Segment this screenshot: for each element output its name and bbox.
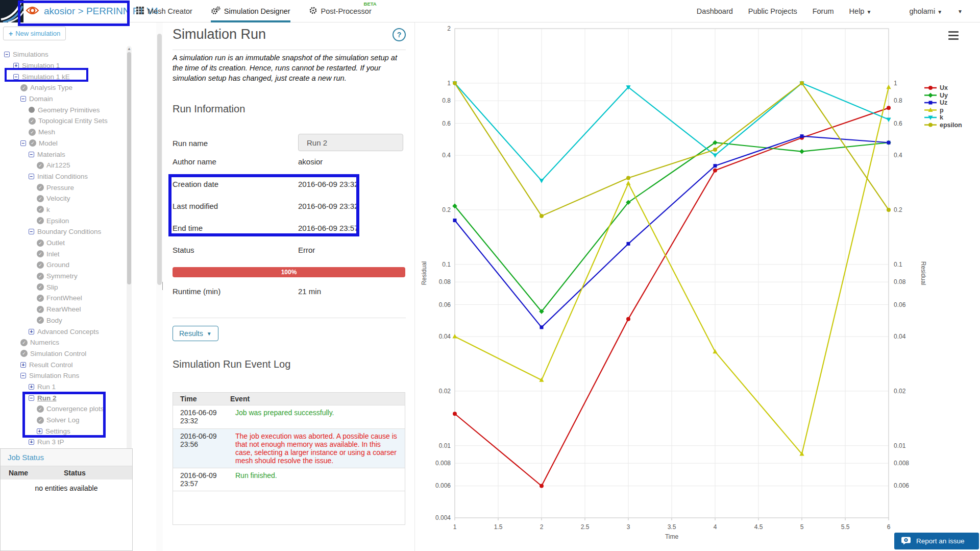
results-dropdown-button[interactable]: Results ▼ bbox=[173, 326, 218, 341]
tree-item-body[interactable]: ✓Body bbox=[0, 315, 126, 326]
tree-item-run-3-tp[interactable]: +Run 3 tP bbox=[0, 437, 126, 448]
tree-item-run-1[interactable]: +Run 1 bbox=[0, 381, 126, 393]
navbar-overflow-caret[interactable]: ▼ bbox=[958, 9, 963, 14]
check-icon: ✓ bbox=[20, 339, 28, 346]
tree-item-epsilon[interactable]: ✓Epsilon bbox=[0, 215, 126, 226]
collapse-icon[interactable]: − bbox=[4, 52, 10, 57]
tree-item-slip[interactable]: ✓Slip bbox=[0, 281, 126, 293]
tree-item-topological-entity-sets[interactable]: ✓Topological Entity Sets bbox=[0, 115, 126, 127]
tree-item-domain[interactable]: −Domain bbox=[0, 93, 126, 105]
scrollbar-thumb[interactable] bbox=[127, 52, 131, 284]
svg-text:0.2: 0.2 bbox=[442, 206, 451, 213]
tree-item-rearwheel[interactable]: ✓RearWheel bbox=[0, 304, 126, 315]
plus-icon: + bbox=[9, 30, 13, 38]
tree-item-pressure[interactable]: ✓Pressure bbox=[0, 182, 126, 193]
tree-item-numerics[interactable]: ✓Numerics bbox=[0, 337, 126, 348]
event-message: The job execution was aborted. A possibl… bbox=[230, 429, 405, 468]
tree-item-label: Epsilon bbox=[46, 217, 69, 225]
expand-icon[interactable]: + bbox=[29, 329, 34, 334]
help-button[interactable]: ? bbox=[393, 28, 406, 41]
tree-item-ground[interactable]: ✓Ground bbox=[0, 259, 126, 271]
beta-badge: BETA bbox=[364, 1, 377, 7]
tree-item-label: Simulation Runs bbox=[29, 372, 79, 379]
report-issue-button[interactable]: Report an issue bbox=[894, 533, 979, 549]
tree-item-label: Run 3 tP bbox=[37, 438, 64, 446]
user-menu[interactable]: gholami ▼ bbox=[909, 7, 942, 15]
tab-simulation-designer[interactable]: Simulation Designer bbox=[211, 0, 290, 22]
tree-scrollbar[interactable]: ▲ ▼ bbox=[127, 46, 132, 467]
divider bbox=[173, 318, 406, 318]
event-message: Run finished. bbox=[230, 468, 405, 491]
tree-item-result-control[interactable]: +Result Control bbox=[0, 359, 126, 370]
new-simulation-button[interactable]: + New simulation bbox=[3, 27, 66, 40]
nav-link-forum[interactable]: Forum bbox=[813, 7, 834, 15]
tree-item-geometry-primitives[interactable]: Geometry Primitives bbox=[0, 104, 126, 115]
tree-item-convergence-plots[interactable]: ✓Convergence plots bbox=[0, 403, 126, 415]
run-name-input[interactable] bbox=[298, 134, 403, 151]
run-description: A simulation run is an immutable snapsho… bbox=[173, 53, 405, 83]
tree-item-solver-log[interactable]: ✓Solver Log bbox=[0, 415, 126, 426]
scroll-up-icon[interactable]: ▲ bbox=[127, 46, 132, 51]
scrollbar-thumb[interactable] bbox=[157, 34, 162, 285]
tree-item-symmetry[interactable]: ✓Symmetry bbox=[0, 271, 126, 282]
tree-item-frontwheel[interactable]: ✓FrontWheel bbox=[0, 293, 126, 304]
expand-icon[interactable]: + bbox=[29, 439, 34, 445]
svg-text:1: 1 bbox=[894, 80, 897, 87]
check-icon: ✓ bbox=[37, 273, 44, 280]
tree-item-simulation-control[interactable]: ✓Simulation Control bbox=[0, 348, 126, 360]
tree-item-air1225[interactable]: ✓Air1225 bbox=[0, 160, 126, 171]
tree-item-analysis-type[interactable]: ✓Analysis Type bbox=[0, 82, 126, 93]
tree-item-label: Ground bbox=[46, 261, 69, 269]
tree-item-materials[interactable]: −Materials bbox=[0, 149, 126, 160]
tree-item-mesh[interactable]: ✓Mesh bbox=[0, 127, 126, 138]
collapse-icon[interactable]: − bbox=[20, 373, 26, 378]
event-log-table: Time Event 2016-06-0923:32Job was prepar… bbox=[173, 392, 405, 525]
tree-item-initial-conditions[interactable]: −Initial Conditions bbox=[0, 171, 126, 182]
tree-item-model[interactable]: −✓Model bbox=[0, 138, 126, 149]
expand-icon[interactable]: + bbox=[29, 384, 34, 390]
field-label-run-name: Run name bbox=[173, 139, 208, 148]
collapse-icon[interactable]: − bbox=[29, 174, 34, 179]
field-value-author-name: akosior bbox=[298, 157, 323, 166]
collapse-icon[interactable]: − bbox=[13, 74, 19, 80]
svg-text:0.008: 0.008 bbox=[894, 460, 909, 467]
tab-mesh-creator[interactable]: Mesh Creator bbox=[136, 0, 192, 22]
check-icon: ✓ bbox=[37, 195, 44, 202]
simscale-logo[interactable] bbox=[0, 0, 23, 22]
check-icon: ✓ bbox=[37, 162, 44, 169]
tree-item-simulation-runs[interactable]: −Simulation Runs bbox=[0, 370, 126, 381]
nav-link-public-projects[interactable]: Public Projects bbox=[748, 7, 797, 15]
tree-item-simulation-1[interactable]: +Simulation 1 bbox=[0, 60, 126, 71]
collapse-icon[interactable]: − bbox=[29, 229, 34, 234]
tree-item-settings[interactable]: +Settings bbox=[0, 425, 126, 437]
expand-icon[interactable]: + bbox=[13, 63, 19, 68]
expand-icon[interactable]: + bbox=[37, 428, 42, 434]
tree-item-label: k bbox=[46, 206, 50, 213]
mesh-grid-icon bbox=[136, 7, 144, 16]
collapse-icon[interactable]: − bbox=[29, 152, 34, 157]
tree-item-label: Simulation Control bbox=[30, 350, 86, 357]
tree-item-label: Topological Entity Sets bbox=[38, 117, 108, 125]
tree-item-outlet[interactable]: ✓Outlet bbox=[0, 237, 126, 249]
tree-item-simulation-1-ke[interactable]: −Simulation 1 kE bbox=[0, 71, 126, 82]
collapse-icon[interactable]: − bbox=[29, 395, 34, 401]
collapse-icon[interactable]: − bbox=[20, 140, 26, 146]
tree-item-label: Advanced Concepts bbox=[37, 328, 99, 336]
svg-text:k: k bbox=[940, 114, 943, 121]
svg-text:0.08: 0.08 bbox=[894, 278, 906, 285]
tree-item-simulations[interactable]: −Simulations bbox=[0, 49, 126, 60]
chart-menu-icon[interactable] bbox=[948, 31, 959, 42]
tree-item-velocity[interactable]: ✓Velocity bbox=[0, 193, 126, 204]
nav-link-dashboard[interactable]: Dashboard bbox=[697, 7, 733, 15]
tree-item-run-2[interactable]: −Run 2 bbox=[0, 392, 126, 403]
tree-item-inlet[interactable]: ✓Inlet bbox=[0, 248, 126, 259]
collapse-icon[interactable]: − bbox=[20, 96, 26, 102]
svg-text:2: 2 bbox=[540, 523, 544, 531]
nav-menu-help[interactable]: Help ▼ bbox=[849, 7, 872, 15]
check-icon: ✓ bbox=[37, 239, 44, 247]
tree-item-boundary-conditions[interactable]: −Boundary Conditions bbox=[0, 226, 126, 237]
tree-item-advanced-concepts[interactable]: +Advanced Concepts bbox=[0, 326, 126, 337]
tab-post-processor[interactable]: Post-Processor BETA bbox=[309, 0, 372, 22]
tree-item-k[interactable]: ✓k bbox=[0, 204, 126, 215]
expand-icon[interactable]: + bbox=[20, 362, 26, 368]
